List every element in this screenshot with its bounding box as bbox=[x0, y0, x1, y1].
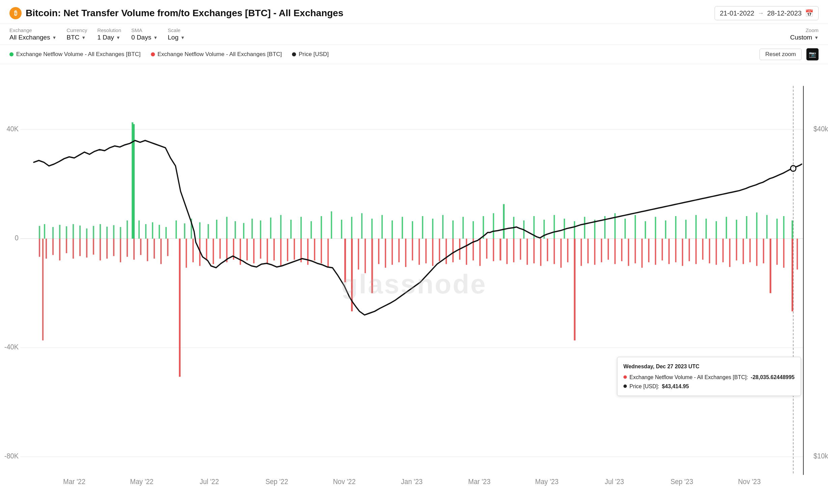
svg-rect-171 bbox=[479, 239, 481, 266]
reset-zoom-button[interactable]: Reset zoom bbox=[759, 49, 802, 60]
svg-rect-174 bbox=[500, 239, 501, 261]
svg-rect-39 bbox=[145, 224, 146, 239]
legend-dot-red bbox=[151, 52, 155, 56]
sma-select[interactable]: 0 Days ▼ bbox=[131, 34, 158, 41]
svg-rect-165 bbox=[439, 239, 440, 261]
legend-item-green: Exchange Netflow Volume - All Exchanges … bbox=[9, 51, 141, 58]
svg-rect-98 bbox=[716, 221, 717, 239]
svg-rect-103 bbox=[766, 215, 768, 239]
svg-rect-36 bbox=[127, 220, 128, 239]
svg-rect-99 bbox=[726, 217, 727, 239]
svg-rect-197 bbox=[655, 239, 656, 265]
svg-rect-205 bbox=[709, 239, 710, 263]
svg-rect-30 bbox=[86, 229, 87, 239]
svg-rect-126 bbox=[160, 239, 162, 264]
svg-rect-92 bbox=[655, 217, 656, 239]
svg-rect-160 bbox=[405, 239, 406, 267]
svg-rect-141 bbox=[267, 239, 268, 264]
svg-text:Mar '22: Mar '22 bbox=[63, 477, 85, 485]
camera-icon: 📷 bbox=[809, 51, 816, 58]
svg-rect-176 bbox=[513, 239, 514, 262]
svg-rect-183 bbox=[560, 239, 562, 268]
zoom-label: Zoom bbox=[806, 27, 819, 33]
title-row: ₿ Bitcoin: Net Transfer Volume from/to E… bbox=[9, 7, 343, 19]
svg-rect-206 bbox=[716, 239, 717, 265]
header: ₿ Bitcoin: Net Transfer Volume from/to E… bbox=[0, 0, 828, 24]
svg-rect-76 bbox=[493, 213, 494, 239]
svg-rect-31 bbox=[93, 226, 94, 239]
zoom-select[interactable]: Custom ▼ bbox=[790, 34, 819, 41]
legend-label-price: Price [USD] bbox=[299, 51, 329, 58]
sma-label: SMA bbox=[131, 27, 158, 33]
svg-rect-148 bbox=[314, 239, 315, 261]
svg-rect-119 bbox=[113, 239, 114, 256]
svg-rect-212 bbox=[756, 239, 757, 266]
scale-value: Log bbox=[168, 34, 179, 41]
svg-rect-64 bbox=[371, 219, 373, 239]
currency-label: Currency bbox=[66, 27, 87, 33]
svg-rect-67 bbox=[402, 217, 403, 239]
svg-rect-132 bbox=[206, 239, 207, 261]
svg-rect-199 bbox=[668, 239, 670, 264]
svg-rect-47 bbox=[208, 224, 209, 239]
camera-button[interactable]: 📷 bbox=[806, 48, 819, 60]
svg-rect-97 bbox=[705, 219, 707, 239]
legend-items: Exchange Netflow Volume - All Exchanges … bbox=[9, 51, 329, 58]
svg-rect-74 bbox=[473, 221, 474, 239]
date-range[interactable]: 21-01-2022 → 28-12-2023 📅 bbox=[715, 6, 819, 20]
exchange-select[interactable]: All Exchanges ▼ bbox=[9, 34, 56, 41]
legend-actions: Reset zoom 📷 bbox=[759, 48, 819, 60]
date-arrow: → bbox=[758, 10, 764, 17]
svg-rect-100 bbox=[736, 220, 737, 239]
svg-rect-184 bbox=[567, 239, 568, 262]
svg-rect-48 bbox=[216, 220, 217, 239]
svg-rect-157 bbox=[385, 239, 386, 268]
svg-rect-65 bbox=[381, 215, 383, 239]
svg-rect-186 bbox=[581, 239, 582, 266]
svg-rect-190 bbox=[608, 239, 609, 260]
svg-text:40K: 40K bbox=[6, 125, 19, 133]
svg-rect-137 bbox=[240, 239, 241, 265]
sma-value: 0 Days bbox=[131, 34, 151, 41]
svg-rect-202 bbox=[689, 239, 690, 261]
resolution-select[interactable]: 1 Day ▼ bbox=[97, 34, 121, 41]
svg-rect-24 bbox=[44, 224, 45, 239]
svg-rect-130 bbox=[192, 239, 194, 262]
svg-rect-179 bbox=[533, 239, 535, 263]
svg-rect-95 bbox=[685, 220, 687, 239]
svg-rect-138 bbox=[246, 239, 248, 261]
svg-rect-177 bbox=[520, 239, 521, 260]
svg-rect-89 bbox=[624, 219, 626, 239]
calendar-icon: 📅 bbox=[805, 9, 813, 17]
currency-chevron: ▼ bbox=[81, 35, 86, 40]
svg-text:Jan '23: Jan '23 bbox=[401, 477, 423, 485]
currency-select[interactable]: BTC ▼ bbox=[66, 34, 87, 41]
svg-rect-91 bbox=[645, 221, 646, 239]
svg-rect-110 bbox=[59, 239, 60, 261]
legend-item-price: Price [USD] bbox=[292, 51, 329, 58]
svg-rect-209 bbox=[736, 239, 737, 261]
scale-select[interactable]: Log ▼ bbox=[168, 34, 185, 41]
svg-rect-61 bbox=[341, 220, 342, 239]
svg-rect-27 bbox=[66, 226, 67, 239]
svg-rect-215 bbox=[776, 239, 778, 265]
controls-left: Exchange All Exchanges ▼ Currency BTC ▼ … bbox=[9, 27, 185, 41]
svg-text:0: 0 bbox=[15, 234, 19, 242]
svg-rect-96 bbox=[695, 215, 697, 239]
chart-svg: 40K 0 -40K -80K $40k $10k Mar '22 May '2… bbox=[0, 64, 828, 504]
svg-rect-154 bbox=[365, 239, 366, 273]
main-container: ₿ Bitcoin: Net Transfer Volume from/to E… bbox=[0, 0, 828, 504]
svg-rect-195 bbox=[641, 239, 643, 268]
svg-text:Nov '22: Nov '22 bbox=[333, 477, 355, 485]
svg-rect-85 bbox=[584, 217, 585, 239]
svg-rect-93 bbox=[665, 220, 666, 239]
svg-rect-69 bbox=[422, 216, 423, 239]
svg-rect-62 bbox=[351, 217, 352, 239]
svg-rect-94 bbox=[675, 216, 676, 239]
svg-rect-90 bbox=[635, 215, 636, 239]
svg-rect-158 bbox=[392, 239, 393, 265]
svg-rect-55 bbox=[280, 215, 282, 239]
svg-rect-102 bbox=[756, 212, 757, 239]
resolution-label: Resolution bbox=[97, 27, 121, 33]
svg-rect-104 bbox=[776, 219, 778, 239]
